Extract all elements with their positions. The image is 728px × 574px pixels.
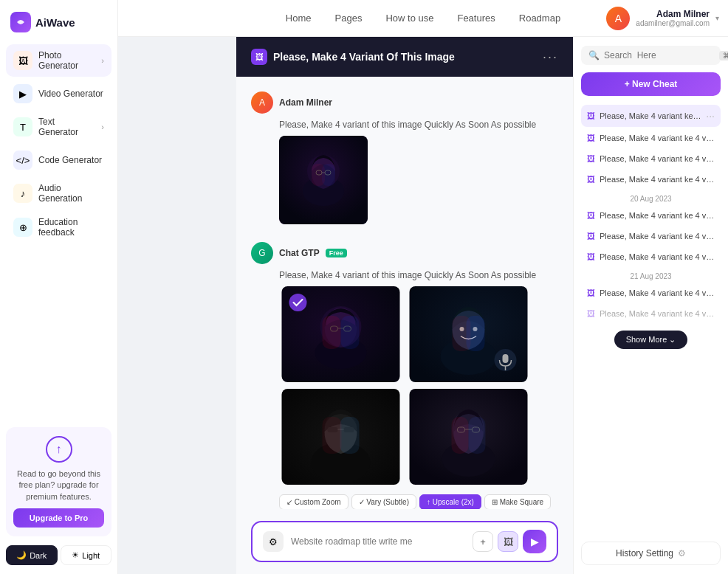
svg-rect-25 — [503, 354, 509, 363]
history-item-options[interactable]: ··· — [706, 110, 715, 122]
history-item[interactable]: 🖼 Please, Make 4 variant ke 4 varian — [581, 227, 721, 246]
right-sidebar: 🔍 ⌘F + New Cheat 🖼 Please, Make 4 varian… — [573, 37, 728, 574]
ai-message-sender: G Chat GTP Free — [251, 242, 558, 264]
history-item-text: Please, Make 4 variant ke 4 varian — [600, 252, 715, 261]
chat-input[interactable] — [291, 536, 465, 547]
sidebar-item-photo[interactable]: 🖼 Photo Generator › — [6, 44, 111, 77]
video-icon: ▶ — [13, 84, 32, 103]
user-email: adamilner@gmail.com — [636, 19, 710, 27]
history-image-icon: 🖼 — [587, 288, 595, 297]
user-avatar: A — [251, 91, 273, 114]
dark-theme-button[interactable]: 🌙 Dark — [6, 545, 58, 565]
svg-rect-43 — [452, 417, 469, 454]
history-item[interactable]: 🖼 Please, Make 4 variant ke 4 varian — [581, 206, 721, 225]
sidebar-item-video[interactable]: ▶ Video Generator — [6, 78, 111, 109]
user-profile[interactable]: A Adam Milner adamilner@gmail.com ▾ — [606, 7, 719, 30]
history-item[interactable]: 🖼 Please, Make 4 variant ke 4 varian — [581, 283, 721, 302]
svg-rect-35 — [323, 417, 342, 454]
history-item[interactable]: 🖼 Please, Make 4 variant ke 4 varian — [581, 170, 721, 189]
sidebar-item-audio[interactable]: ♪ Audio Generation — [6, 177, 111, 210]
upgrade-icon: ↑ — [46, 436, 72, 463]
history-item-text: Please, Make 4 variant ke 4 varian — [600, 154, 715, 163]
avatar-image: A — [606, 7, 630, 30]
user-message-image — [279, 136, 397, 224]
chat-input-settings-icon[interactable]: ⚙ — [263, 531, 284, 552]
nav-home[interactable]: Home — [286, 13, 312, 24]
avatar: A — [606, 7, 630, 30]
history-item[interactable]: 🖼 Please, Make 4 variant ke 4 varian — [581, 304, 721, 323]
chat-header: 🖼 Please, Make 4 Variant Of This Image ·… — [236, 37, 573, 77]
logo-text: AiWave — [35, 16, 75, 29]
sidebar-item-text-label: Text Generator — [38, 117, 95, 137]
history-item[interactable]: 🖼 Please, Make 4 variant ke 4 varian — [581, 149, 721, 168]
user-message-name: Adam Milner — [279, 97, 332, 108]
upscale-2x-btn[interactable]: ↑ Upscale (2x) — [419, 494, 481, 509]
svg-rect-16 — [323, 316, 341, 349]
photo-arrow-icon: › — [101, 56, 104, 65]
ai-message: G Chat GTP Free Please, Make 4 variant o… — [251, 242, 558, 509]
chat-input-area: ⚙ + 🖼 ▶ — [236, 509, 573, 574]
sidebar-item-text[interactable]: T Text Generator › — [6, 111, 111, 143]
logo-icon — [10, 12, 31, 32]
new-cheat-button[interactable]: + New Cheat — [581, 72, 721, 96]
ai-image-4 — [407, 389, 530, 487]
history-image-icon: 🖼 — [587, 154, 595, 163]
image-button[interactable]: 🖼 — [498, 531, 518, 552]
upgrade-card: ↑ Read to go beyond this free plan? upgr… — [6, 427, 111, 536]
sidebar-item-audio-label: Audio Generation — [38, 183, 104, 204]
settings-icon: ⚙ — [678, 548, 686, 559]
chat-messages: A Adam Milner Please, Make 4 variant of … — [236, 77, 573, 509]
sun-icon: ☀ — [72, 550, 79, 560]
user-info: Adam Milner adamilner@gmail.com — [636, 9, 710, 27]
history-item[interactable]: 🖼 Please, Make 4 variant ke 4 varian — [581, 128, 721, 148]
dark-label: Dark — [30, 551, 47, 560]
light-label: Light — [82, 551, 100, 560]
user-uploaded-image — [279, 136, 368, 224]
sidebar-item-education[interactable]: ⊕ Education feedback — [6, 211, 111, 243]
chevron-down-icon: ▾ — [715, 14, 719, 22]
custom-zoom-btn[interactable]: ↙ Custom Zoom — [279, 494, 348, 509]
nav-how-to-use[interactable]: How to use — [385, 13, 433, 24]
history-item-text: Please, Make 4 variant ke 4 varian — [600, 175, 715, 184]
chat-header-icon: 🖼 — [251, 49, 267, 65]
chat-input-container: ⚙ + 🖼 ▶ — [251, 521, 558, 562]
top-nav: Home Pages How to use Features Roadmap A… — [118, 0, 728, 37]
send-button[interactable]: ▶ — [523, 530, 546, 553]
history-date-2: 21 Aug 2023 — [581, 272, 721, 280]
nav-pages[interactable]: Pages — [335, 13, 363, 24]
chat-area: 🖼 Please, Make 4 Variant Of This Image ·… — [236, 37, 573, 574]
history-item[interactable]: 🖼 Please, Make 4 variant ke 4 varian — [581, 247, 721, 266]
chat-input-actions: + 🖼 ▶ — [473, 530, 546, 553]
chat-options-icon[interactable]: ··· — [543, 49, 558, 65]
light-theme-button[interactable]: ☀ Light — [61, 545, 112, 565]
show-more-button[interactable]: Show More ⌄ — [614, 331, 688, 349]
left-sidebar: AiWave 🖼 Photo Generator › ▶ Video Gener… — [0, 0, 118, 574]
sidebar-item-code[interactable]: </> Code Generator — [6, 145, 111, 176]
search-shortcut: ⌘F — [719, 51, 728, 60]
sidebar-item-photo-label: Photo Generator — [38, 50, 95, 71]
action-buttons: ↙ Custom Zoom ✓ Vary (Subtle) ↑ Upscale … — [279, 494, 558, 509]
history-item-text: Please, Make 4 variant ke 4 varian — [600, 288, 715, 297]
user-message: A Adam Milner Please, Make 4 variant of … — [251, 91, 558, 224]
nav-roadmap[interactable]: Roadmap — [519, 13, 560, 24]
ai-message-name: Chat GTP — [279, 248, 320, 258]
history-item-text: Please, Make 4 variant ke 4 varian — [600, 134, 715, 142]
ai-message-images — [279, 286, 530, 487]
attach-button[interactable]: + — [473, 531, 493, 552]
ai-tag: Free — [326, 249, 347, 257]
vary-subtle-btn[interactable]: ✓ Vary (Subtle) — [351, 494, 416, 509]
nav-features[interactable]: Features — [457, 13, 495, 24]
history-image-icon: 🖼 — [587, 252, 595, 261]
history-item[interactable]: 🖼 Please, Make 4 variant ke 4 varian ··· — [581, 105, 721, 127]
history-list: 🖼 Please, Make 4 variant ke 4 varian ···… — [581, 105, 721, 536]
history-setting-button[interactable]: History Setting ⚙ — [581, 542, 721, 565]
history-image-icon: 🖼 — [587, 232, 595, 241]
user-message-text: Please, Make 4 variant of this image Qui… — [279, 120, 558, 130]
search-icon: 🔍 — [588, 50, 600, 60]
history-item-text: Please, Make 4 variant ke 4 varian — [600, 309, 715, 318]
sidebar-item-code-label: Code Generator — [38, 155, 104, 165]
search-input[interactable] — [604, 50, 715, 60]
make-square-btn[interactable]: ⊞ Make Square — [484, 494, 551, 509]
chat-header-left: 🖼 Please, Make 4 Variant Of This Image — [251, 49, 455, 65]
upgrade-button[interactable]: Upgrade to Pro — [13, 508, 104, 528]
